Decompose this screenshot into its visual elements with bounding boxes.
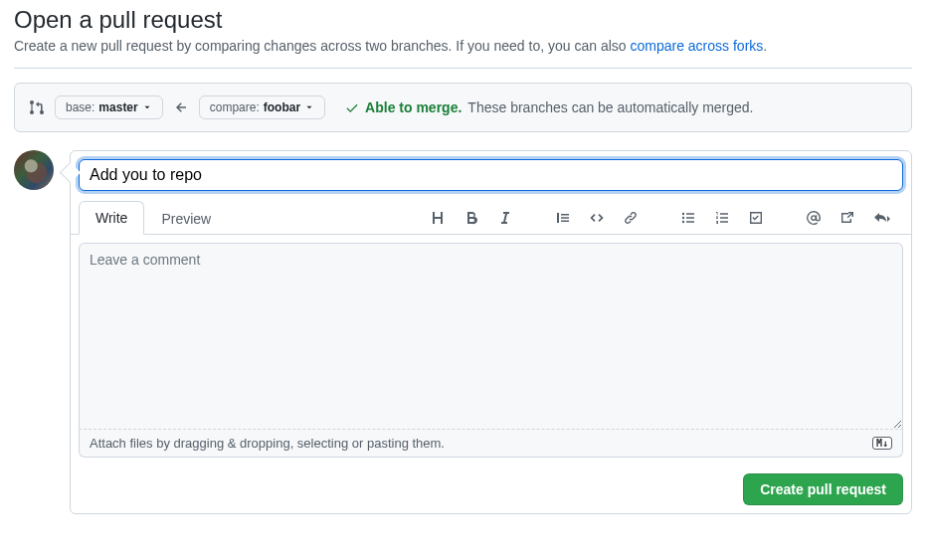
numbered-list-icon[interactable] bbox=[712, 206, 732, 230]
tab-write[interactable]: Write bbox=[79, 201, 144, 235]
caret-down-icon bbox=[304, 102, 314, 112]
formatting-toolbar bbox=[418, 206, 903, 230]
compare-value: foobar bbox=[264, 100, 300, 114]
code-icon[interactable] bbox=[587, 206, 607, 230]
range-editor: base: master compare: foobar Able to mer… bbox=[14, 83, 912, 132]
merge-status: Able to merge. These branches can be aut… bbox=[345, 99, 753, 115]
attach-hint-text: Attach files by dragging & dropping, sel… bbox=[90, 436, 445, 451]
base-branch-button[interactable]: base: master bbox=[55, 95, 163, 119]
pr-title-input[interactable] bbox=[79, 159, 903, 191]
compare-forks-link[interactable]: compare across forks bbox=[630, 38, 763, 54]
cross-reference-icon[interactable] bbox=[837, 206, 857, 230]
caret-down-icon bbox=[142, 102, 152, 112]
subtitle-text-before: Create a new pull request by comparing c… bbox=[14, 38, 630, 54]
check-icon bbox=[345, 100, 359, 114]
compose-box: Write Preview bbox=[70, 150, 912, 514]
saved-replies-icon[interactable] bbox=[871, 206, 893, 230]
comment-textarea[interactable] bbox=[79, 243, 903, 430]
create-pull-request-button[interactable]: Create pull request bbox=[743, 473, 903, 505]
svg-point-1 bbox=[682, 216, 684, 218]
heading-icon[interactable] bbox=[428, 206, 448, 230]
markdown-badge-icon[interactable]: M↓ bbox=[872, 437, 892, 450]
base-value: master bbox=[98, 100, 137, 114]
header-divider bbox=[14, 68, 912, 69]
arrow-left-icon bbox=[173, 99, 189, 115]
svg-point-0 bbox=[682, 212, 684, 214]
svg-point-2 bbox=[682, 220, 684, 222]
attach-hint-bar[interactable]: Attach files by dragging & dropping, sel… bbox=[79, 430, 903, 458]
bulleted-list-icon[interactable] bbox=[678, 206, 698, 230]
subtitle-text-after: . bbox=[763, 38, 767, 54]
page-title: Open a pull request bbox=[14, 6, 912, 34]
base-label: base: bbox=[66, 100, 94, 114]
avatar[interactable] bbox=[14, 150, 54, 190]
page-subtitle: Create a new pull request by comparing c… bbox=[14, 38, 912, 54]
quote-icon[interactable] bbox=[553, 206, 573, 230]
task-list-icon[interactable] bbox=[746, 206, 766, 230]
bold-icon[interactable] bbox=[462, 206, 481, 230]
compare-label: compare: bbox=[210, 100, 260, 114]
compare-branch-button[interactable]: compare: foobar bbox=[199, 95, 325, 119]
mention-icon[interactable] bbox=[804, 206, 824, 230]
tab-preview[interactable]: Preview bbox=[144, 201, 228, 235]
editor-tab-row: Write Preview bbox=[71, 201, 911, 235]
link-icon[interactable] bbox=[621, 206, 641, 230]
italic-icon[interactable] bbox=[495, 206, 515, 230]
merge-able-text: Able to merge. bbox=[365, 99, 462, 115]
merge-desc-text: These branches can be automatically merg… bbox=[467, 99, 753, 115]
git-compare-icon bbox=[29, 99, 45, 115]
